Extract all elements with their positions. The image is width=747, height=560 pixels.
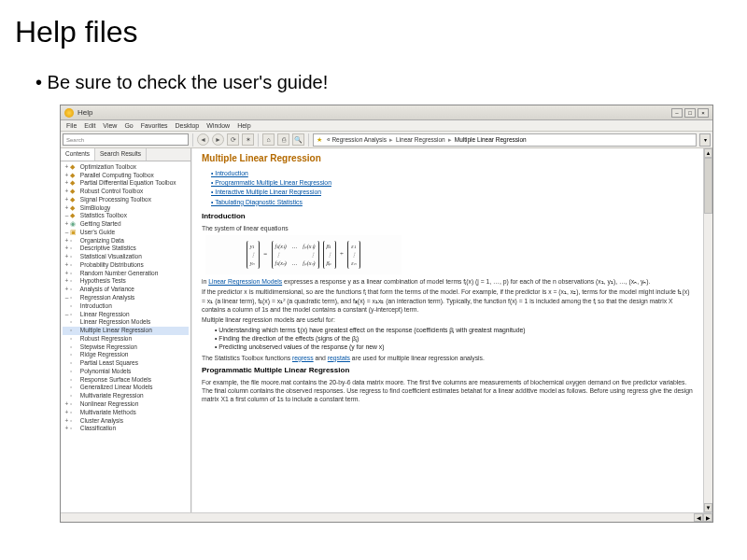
close-button[interactable]: ×: [698, 108, 709, 118]
section-heading-programmatic: Programmatic Multiple Linear Regression: [202, 366, 694, 376]
tree-node[interactable]: +◆ Robust Control Toolbox: [63, 188, 189, 196]
toc-link[interactable]: • Programmatic Multiple Linear Regressio…: [211, 178, 694, 188]
doc-title: Multiple Linear Regression: [202, 152, 694, 165]
tab-search-results[interactable]: Search Results: [95, 148, 147, 161]
body-paragraph: Multiple linear regression models are us…: [202, 315, 694, 324]
link-regstats[interactable]: regstats: [328, 355, 350, 361]
app-icon: [64, 108, 74, 118]
tree-node[interactable]: ▫ Polynomial Models: [63, 368, 189, 376]
home-button[interactable]: ⌂: [262, 133, 275, 146]
tree-node[interactable]: ▫ Multiple Linear Regression: [63, 327, 189, 335]
tree-node[interactable]: –▣ User's Guide: [63, 229, 189, 237]
minimize-button[interactable]: –: [671, 108, 683, 118]
link-regress[interactable]: regress: [292, 355, 314, 361]
sidebar: Contents Search Results +◆ Optimization …: [61, 148, 191, 512]
tree-node[interactable]: ▫ Partial Least Squares: [63, 359, 189, 368]
link-linear-regression-models[interactable]: Linear Regression Models: [208, 278, 282, 285]
breadcrumb-item[interactable]: « Regression Analysis: [327, 136, 387, 143]
tree-node[interactable]: +▫ Nonlinear Regression: [63, 400, 189, 409]
menu-window[interactable]: Window: [206, 122, 230, 129]
tree-node[interactable]: +▫ Cluster Analysis: [63, 417, 189, 426]
scroll-up-button[interactable]: ▲: [704, 148, 712, 158]
body-paragraph: For example, the file moore.mat contains…: [202, 378, 694, 404]
tree-node[interactable]: +▫ Analysis of Variance: [63, 286, 189, 294]
tree-node[interactable]: +◆ Optimization Toolbox: [63, 163, 189, 172]
tree-node[interactable]: +▫ Statistical Visualization: [63, 253, 189, 261]
breadcrumb[interactable]: ★ « Regression Analysis ▸ Linear Regress…: [313, 133, 697, 147]
tree-node[interactable]: ▫ Multivariate Regression: [63, 392, 189, 400]
slide-bullet-text: Be sure to check the user's guide!: [48, 72, 329, 92]
list-item: Finding the direction of the effects (si…: [215, 334, 694, 343]
tree-node[interactable]: –▫ Linear Regression: [63, 311, 189, 319]
find-button[interactable]: 🔍: [292, 133, 304, 146]
body-paragraph: in Linear Regression Models expresses a …: [202, 277, 694, 286]
body-paragraph: The Statistics Toolbox functions regress…: [202, 354, 694, 362]
scroll-right-button[interactable]: ▶: [703, 513, 712, 522]
toc-link[interactable]: • Tabulating Diagnostic Statistics: [211, 197, 694, 206]
tree-node[interactable]: ▫ Ridge Regression: [63, 351, 189, 359]
breadcrumb-item[interactable]: Multiple Linear Regression: [455, 136, 527, 143]
scroll-left-button[interactable]: ◀: [694, 513, 703, 522]
tree-node[interactable]: ▫ Generalized Linear Models: [63, 384, 189, 392]
tree-node[interactable]: –◆ Statistics Toolbox: [63, 212, 189, 220]
equation-matrix: y₁⋮yₙ = f₁(x₁)…fₚ(x₁)⋮ ⋮f₁(xₙ)…fₚ(xₙ) β₁…: [205, 235, 402, 274]
tree-node[interactable]: ▫ Robust Regression: [63, 335, 189, 343]
tree-node[interactable]: ▫ Introduction: [63, 302, 189, 311]
tree-node[interactable]: +▫ Random Number Generation: [63, 270, 189, 278]
tree-node[interactable]: +◆ Partial Differential Equation Toolbox: [63, 179, 189, 188]
search-input[interactable]: Search: [63, 133, 189, 146]
contents-tree[interactable]: +◆ Optimization Toolbox+◆ Parallel Compu…: [61, 161, 190, 435]
body-paragraph: If the predictor x is multidimensional, …: [202, 287, 694, 314]
tree-node[interactable]: ▫ Linear Regression Models: [63, 318, 189, 327]
tree-node[interactable]: +▫ Descriptive Statistics: [63, 245, 189, 253]
tree-node[interactable]: +▫ Probability Distributions: [63, 261, 189, 270]
tree-node[interactable]: +◆ Signal Processing Toolbox: [63, 196, 189, 204]
tree-node[interactable]: –▫ Regression Analysis: [63, 294, 189, 302]
toolbar: Search ◄ ► ⟳ ✶ ⌂ ⎙ 🔍 ★ « Regression Anal…: [61, 132, 712, 148]
menu-favorites[interactable]: Favorites: [141, 122, 168, 129]
tab-contents[interactable]: Contents: [61, 148, 95, 161]
list-item: Predicting unobserved values of the resp…: [215, 343, 694, 351]
tree-node[interactable]: +▫ Multivariate Methods: [63, 409, 189, 417]
breadcrumb-dropdown[interactable]: ▾: [699, 133, 711, 147]
tree-node[interactable]: ▫ Response Surface Models: [63, 376, 189, 385]
scroll-down-button[interactable]: ▼: [704, 503, 712, 512]
doc-content: Multiple Linear Regression • Introductio…: [191, 148, 703, 512]
intro-paragraph: The system of linear equations: [202, 224, 694, 232]
menu-desktop[interactable]: Desktop: [176, 122, 200, 129]
tree-node[interactable]: +▫ Organizing Data: [63, 237, 189, 245]
breadcrumb-star-icon: ★: [317, 136, 322, 144]
scroll-thumb[interactable]: [704, 158, 712, 214]
tree-node[interactable]: +◆ SimBiology: [63, 204, 189, 213]
tree-node[interactable]: ▫ Stepwise Regression: [63, 343, 189, 352]
on-this-page: • Introduction• Programmatic Multiple Li…: [211, 169, 694, 207]
menu-view[interactable]: View: [103, 122, 117, 129]
maximize-button[interactable]: □: [684, 108, 696, 118]
menubar[interactable]: FileEditViewGoFavoritesDesktopWindowHelp: [61, 120, 712, 132]
horizontal-scrollbar[interactable]: ◀ ▶: [61, 512, 712, 522]
tree-node[interactable]: +◆ Parallel Computing Toolbox: [63, 172, 189, 180]
menu-edit[interactable]: Edit: [84, 122, 95, 129]
useful-list: Understanding which terms fⱼ(x) have gre…: [215, 326, 694, 352]
favorite-button[interactable]: ✶: [242, 133, 254, 146]
titlebar: Help – □ ×: [61, 105, 712, 120]
tree-node[interactable]: +▫ Classification: [63, 425, 189, 433]
section-heading-intro: Introduction: [202, 212, 694, 222]
toc-link[interactable]: • Interactive Multiple Linear Regression: [211, 188, 694, 197]
menu-help[interactable]: Help: [237, 122, 250, 129]
tree-node[interactable]: +◉ Getting Started: [63, 220, 189, 229]
breadcrumb-item[interactable]: Linear Regression: [396, 136, 445, 143]
back-button[interactable]: ◄: [197, 133, 209, 146]
forward-button[interactable]: ►: [212, 133, 224, 146]
slide-bullet: Be sure to check the user's guide!: [35, 72, 732, 93]
vertical-scrollbar[interactable]: ▲ ▼: [703, 148, 712, 512]
menu-go[interactable]: Go: [124, 122, 133, 129]
print-button[interactable]: ⎙: [277, 133, 289, 146]
reload-button[interactable]: ⟳: [227, 133, 239, 146]
window-title: Help: [78, 108, 668, 117]
menu-file[interactable]: File: [66, 122, 77, 129]
slide-title: Help files: [15, 15, 732, 49]
tree-node[interactable]: +▫ Hypothesis Tests: [63, 277, 189, 286]
help-window: Help – □ × FileEditViewGoFavoritesDeskto…: [60, 105, 713, 523]
toc-link[interactable]: • Introduction: [211, 169, 694, 178]
